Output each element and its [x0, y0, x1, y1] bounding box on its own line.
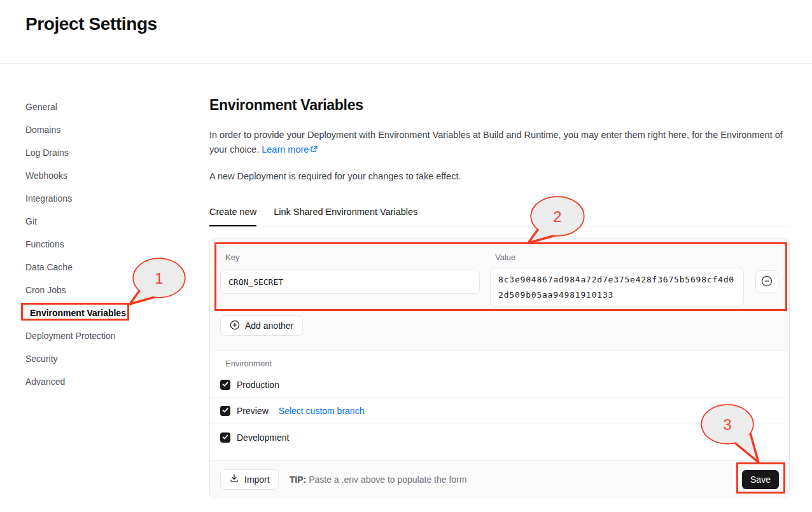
value-input[interactable]: 8c3e904867ad984a72d7e375e428f3675b5698cf… — [490, 268, 744, 307]
select-custom-branch-link[interactable]: Select custom branch — [279, 406, 365, 416]
sidebar-item-git[interactable]: Git — [25, 210, 185, 233]
sidebar-item-functions[interactable]: Functions — [25, 233, 185, 256]
sidebar-item-security[interactable]: Security — [25, 347, 185, 370]
minus-circle-icon — [761, 275, 773, 289]
sidebar-item-general[interactable]: General — [25, 95, 185, 118]
development-checkbox[interactable] — [220, 432, 230, 443]
environment-label: Environment — [225, 359, 272, 368]
key-input[interactable] — [220, 270, 480, 294]
sidebar-item-domains[interactable]: Domains — [25, 118, 185, 141]
check-icon — [221, 432, 229, 443]
tab-link-shared[interactable]: Link Shared Environment Variables — [274, 207, 417, 226]
preview-checkbox[interactable] — [220, 406, 230, 416]
external-link-icon — [310, 143, 318, 158]
page-header: Project Settings — [0, 0, 812, 64]
remove-variable-button[interactable] — [755, 270, 778, 293]
sidebar-item-cron-jobs[interactable]: Cron Jobs — [25, 279, 185, 301]
download-icon — [229, 473, 239, 485]
panel-footer: Import TIP:Paste a .env above to populat… — [210, 460, 789, 498]
env-var-tabs: Create new Link Shared Environment Varia… — [209, 207, 790, 226]
tip-text: TIP:Paste a .env above to populate the f… — [290, 474, 467, 485]
sidebar-item-log-drains[interactable]: Log Drains — [25, 141, 185, 164]
add-another-label: Add another — [245, 321, 293, 331]
preview-label: Preview — [237, 406, 269, 416]
sidebar-item-advanced[interactable]: Advanced — [25, 370, 185, 393]
project-settings-page: Project Settings General Domains Log Dra… — [0, 0, 812, 512]
create-form-section: Key Value 8c3e904867ad984a72d7e375e428f3… — [210, 239, 789, 350]
section-heading: Environment Variables — [209, 97, 363, 114]
check-icon — [221, 405, 229, 417]
value-label: Value — [495, 253, 515, 262]
learn-more-label: Learn more — [262, 144, 309, 155]
settings-sidebar: General Domains Log Drains Webhooks Inte… — [25, 95, 185, 393]
import-button[interactable]: Import — [220, 469, 279, 490]
sidebar-item-integrations[interactable]: Integrations — [25, 187, 185, 210]
environment-row-production: Production — [210, 372, 789, 398]
tab-create-new[interactable]: Create new — [209, 207, 256, 226]
tip-body: Paste a .env above to populate the form — [309, 474, 466, 485]
production-label: Production — [237, 380, 279, 390]
sidebar-item-data-cache[interactable]: Data Cache — [25, 256, 185, 279]
development-label: Development — [237, 432, 290, 443]
page-title: Project Settings — [25, 14, 157, 34]
check-icon — [221, 379, 229, 391]
sidebar-item-deployment-protection[interactable]: Deployment Protection — [25, 324, 185, 347]
production-checkbox[interactable] — [220, 380, 230, 390]
section-description: In order to provide your Deployment with… — [209, 128, 788, 158]
environment-section: Environment Production Preview Select cu… — [210, 351, 789, 460]
plus-circle-icon — [230, 320, 240, 332]
environment-row-development: Development — [210, 425, 789, 450]
save-button[interactable]: Save — [742, 470, 779, 489]
deployment-note: A new Deployment is required for your ch… — [209, 171, 461, 181]
env-var-panel: Key Value 8c3e904867ad984a72d7e375e428f3… — [209, 239, 790, 498]
sidebar-item-environment-variables[interactable]: Environment Variables — [25, 301, 185, 324]
tip-bold: TIP: — [290, 474, 306, 485]
learn-more-link[interactable]: Learn more — [262, 144, 318, 155]
sidebar-item-webhooks[interactable]: Webhooks — [25, 164, 185, 187]
key-label: Key — [225, 253, 239, 262]
add-another-button[interactable]: Add another — [220, 315, 303, 336]
import-label: Import — [244, 474, 270, 485]
environment-row-preview: Preview Select custom branch — [210, 398, 789, 424]
